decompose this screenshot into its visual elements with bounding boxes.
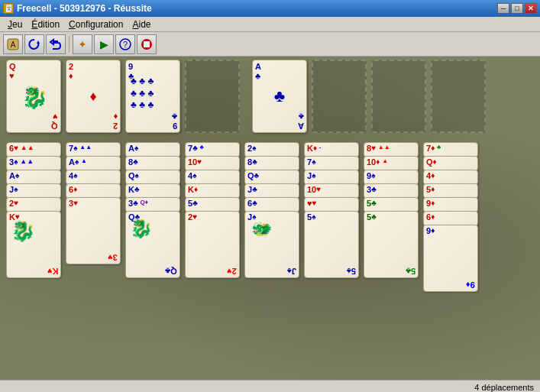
window-title: Freecell - 503912976 - Réussite	[17, 3, 152, 14]
card-col2-3[interactable]: 4♠	[66, 170, 121, 185]
menu-bar: Jeu Édition Configuration Aide	[0, 17, 540, 32]
game-area: Q♥ 🐉 Q♥ 2♦ ♦ 2♦ 9♣ ♣ ♣ ♣♣ ♣ ♣♣ ♣ ♣ 9♣ A♣…	[0, 57, 540, 380]
card-col2-1[interactable]: 7♠ ▲▲	[66, 142, 121, 157]
card-col5-3[interactable]: Q♣	[244, 170, 299, 185]
menu-edition[interactable]: Édition	[27, 18, 64, 31]
svg-text:A: A	[11, 40, 16, 49]
minimize-button[interactable]: ─	[497, 3, 509, 14]
card-col5-5[interactable]: 6♣	[244, 197, 299, 212]
card-col1-3[interactable]: A♠	[6, 170, 61, 185]
foundation-2[interactable]	[312, 60, 367, 133]
freecell-1[interactable]: Q♥ 🐉 Q♥	[6, 60, 61, 133]
svg-marker-2	[37, 40, 40, 44]
card-col5-1[interactable]: 2♠	[244, 142, 299, 157]
card-col8-3[interactable]: 4♦	[423, 170, 478, 185]
card-col6-2[interactable]: 7♠	[304, 156, 359, 171]
card-col7-1[interactable]: 8♥ ▲▲	[364, 142, 419, 157]
card-col3-4[interactable]: K♣	[125, 183, 180, 199]
card-col5-2[interactable]: 8♣	[244, 156, 299, 171]
close-button[interactable]: ✕	[525, 3, 537, 14]
svg-rect-6	[144, 41, 150, 47]
card-col4-1[interactable]: 7♣ ♣	[185, 142, 240, 157]
card-col3-1[interactable]: A♠	[125, 142, 180, 157]
undo-button[interactable]	[46, 34, 66, 54]
card-col1-2[interactable]: 3♠ ▲▲	[6, 156, 61, 171]
svg-text:?: ?	[123, 40, 128, 49]
card-col2-4[interactable]: 6♦	[66, 183, 121, 199]
foundation-3[interactable]	[371, 60, 426, 133]
card-col5-6[interactable]: J♠ 🐲 J♠	[244, 211, 299, 278]
tableau-col-5: 2♠ 8♣ Q♣ J♣ 6♣ J♠ 🐲 J♠	[244, 142, 299, 157]
freecell-4[interactable]	[185, 60, 240, 133]
card-col6-1[interactable]: K♦ -	[304, 142, 359, 157]
card-col5-4[interactable]: J♣	[244, 183, 299, 199]
card-col7-5[interactable]: 5♣	[364, 197, 419, 212]
toolbar: A ✦ ▶ ?	[0, 32, 540, 57]
freecell-2[interactable]: 2♦ ♦ 2♦	[66, 60, 121, 133]
app-icon: 🃏	[3, 3, 14, 14]
new-game-button[interactable]: A	[3, 34, 23, 54]
card-col1-1[interactable]: 6♥ ▲▲	[6, 142, 61, 157]
tableau-col-4: 7♣ ♣ 10♥ 4♠ K♦ 5♣ 2♥ 2♥	[185, 142, 240, 157]
card-col7-2[interactable]: 10♦ ▲	[364, 156, 419, 171]
foundation-1[interactable]: A♣ ♣ A♣	[252, 60, 307, 133]
tableau-col-8: 7♦ ♣ Q♦ 4♦ 5♦ 9♦ 6♦ 9♦ 9♦	[423, 142, 478, 157]
help-button[interactable]: ?	[115, 34, 135, 54]
card-col4-4[interactable]: K♦	[185, 183, 240, 199]
play-button[interactable]: ▶	[94, 34, 114, 54]
card-col3-6[interactable]: Q♣ 🐉 Q♣	[125, 211, 180, 278]
moves-count: 4 déplacements	[474, 383, 534, 392]
foundation-4[interactable]	[431, 60, 486, 133]
card-col6-6[interactable]: 5♠ 5♠	[304, 211, 359, 278]
tableau-col-2: 7♠ ▲▲ A♠ ▲ 4♠ 6♦ 3♥ 3♥	[66, 142, 121, 157]
card-col6-3[interactable]: J♠	[304, 170, 359, 185]
card-col8-1[interactable]: 7♦ ♣	[423, 142, 478, 157]
hint-button[interactable]: ✦	[73, 34, 92, 54]
card-col7-4[interactable]: 3♣	[364, 183, 419, 199]
stop-button[interactable]	[137, 34, 157, 54]
card-col8-7[interactable]: 9♦ 9♦	[423, 225, 478, 292]
card-col3-2[interactable]: 8♣	[125, 156, 180, 171]
card-col2-2[interactable]: A♠ ▲	[66, 156, 121, 171]
card-col8-4[interactable]: 5♦	[423, 183, 478, 199]
card-col8-5[interactable]: 9♦	[423, 197, 478, 212]
foundation-1-rank: A♣	[255, 62, 261, 80]
window-controls: ─ □ ✕	[497, 3, 537, 14]
card-col3-5[interactable]: 3♣ Q♦	[125, 197, 180, 212]
card-col2-5[interactable]: 3♥ 3♥	[66, 197, 121, 264]
toolbar-separator-1	[69, 36, 70, 53]
freecell-2-rank: 2♦	[69, 62, 73, 80]
card-col6-4[interactable]: 10♥	[304, 183, 359, 199]
status-bar: 4 déplacements	[0, 380, 540, 392]
card-col7-6[interactable]: 5♣ 5♣	[364, 211, 419, 278]
tableau-col-7: 8♥ ▲▲ 10♦ ▲ 9♠ 3♣ 5♣ 5♣ 5♣	[364, 142, 419, 157]
card-col1-4[interactable]: J♠	[6, 183, 61, 199]
card-col1-6[interactable]: K♥ 🐉 K♥	[6, 211, 61, 278]
card-col3-3[interactable]: Q♠	[125, 170, 180, 185]
restart-button[interactable]	[24, 34, 44, 54]
card-col4-5[interactable]: 5♣	[185, 197, 240, 212]
title-bar: 🃏 Freecell - 503912976 - Réussite ─ □ ✕	[0, 0, 540, 17]
card-col7-3[interactable]: 9♠	[364, 170, 419, 185]
tableau-col-1: 6♥ ▲▲ 3♠ ▲▲ A♠ J♠ 2♥ K♥ 🐉 K♥	[6, 142, 61, 157]
freecell-3[interactable]: 9♣ ♣ ♣ ♣♣ ♣ ♣♣ ♣ ♣ 9♣	[125, 60, 180, 133]
card-col8-6[interactable]: 6♦	[423, 211, 478, 226]
card-col1-5[interactable]: 2♥	[6, 197, 61, 212]
menu-configuration[interactable]: Configuration	[64, 18, 128, 31]
tableau-col-3: A♠ 8♣ Q♠ K♣ 3♣ Q♦ Q♣ 🐉 Q♣	[125, 142, 180, 157]
card-col8-2[interactable]: Q♦	[423, 156, 478, 171]
maximize-button[interactable]: □	[511, 3, 523, 14]
card-col6-5[interactable]: ♥♥	[304, 197, 359, 212]
card-col4-6[interactable]: 2♥ 2♥	[185, 211, 240, 278]
card-col4-3[interactable]: 4♠	[185, 170, 240, 185]
menu-jeu[interactable]: Jeu	[3, 18, 27, 31]
tableau-col-6: K♦ - 7♠ J♠ 10♥ ♥♥ 5♠ 5♠	[304, 142, 359, 157]
menu-aide[interactable]: Aide	[128, 18, 155, 31]
card-col4-2[interactable]: 10♥	[185, 156, 240, 171]
